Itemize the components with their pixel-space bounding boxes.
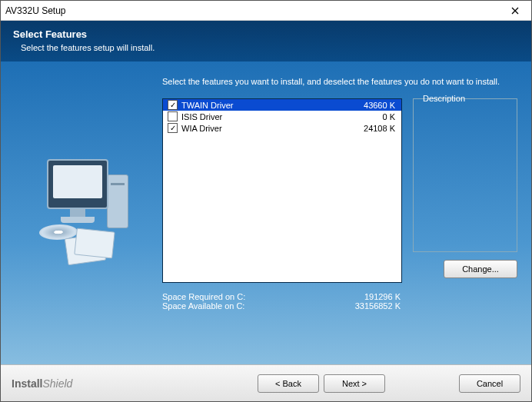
- feature-size: 24108 K: [364, 124, 397, 133]
- description-box: Description: [413, 98, 517, 252]
- feature-size: 0 K: [382, 112, 397, 121]
- description-column: Description Change...: [413, 98, 517, 283]
- content-area: Select the features you want to install,…: [162, 61, 531, 364]
- back-button[interactable]: < Back: [258, 374, 319, 393]
- header-title: Select Features: [13, 28, 519, 40]
- installshield-logo: InstallShield: [12, 377, 72, 390]
- computer-icon: [24, 151, 139, 274]
- feature-name: ISIS Driver: [181, 112, 382, 121]
- close-icon: [511, 7, 519, 15]
- feature-name: TWAIN Driver: [181, 101, 364, 110]
- cancel-button[interactable]: Cancel: [459, 374, 520, 393]
- setup-window: AV332U Setup Select Features Select the …: [0, 0, 532, 402]
- instruction-text: Select the features you want to install,…: [162, 77, 517, 86]
- header-panel: Select Features Select the features setu…: [1, 21, 531, 61]
- feature-checkbox[interactable]: ✓: [168, 123, 178, 133]
- window-title: AV332U Setup: [5, 5, 504, 16]
- space-required-label: Space Required on C:: [162, 292, 324, 301]
- feature-checkbox[interactable]: ✓: [168, 100, 178, 110]
- space-required-value: 191296 K: [324, 292, 401, 301]
- next-button[interactable]: Next >: [324, 374, 385, 393]
- space-info: Space Required on C: 191296 K Space Avai…: [162, 292, 517, 311]
- header-subtitle: Select the features setup will install.: [13, 43, 519, 52]
- footer: InstallShield < Back Next > Cancel: [1, 364, 531, 401]
- feature-name: WIA Driver: [181, 124, 364, 133]
- feature-item[interactable]: ✓WIA Driver24108 K: [163, 122, 401, 134]
- description-legend: Description: [420, 94, 468, 103]
- close-button[interactable]: [504, 3, 527, 18]
- feature-item[interactable]: ISIS Driver0 K: [163, 111, 401, 122]
- sidebar-illustration: [1, 61, 162, 364]
- space-available-value: 33156852 K: [324, 301, 401, 311]
- feature-item[interactable]: ✓TWAIN Driver43660 K: [163, 99, 401, 111]
- feature-checkbox[interactable]: [168, 111, 178, 121]
- main-panel: Select the features you want to install,…: [1, 61, 531, 364]
- feature-list[interactable]: ✓TWAIN Driver43660 KISIS Driver0 K✓WIA D…: [162, 98, 402, 283]
- change-button[interactable]: Change...: [444, 260, 517, 278]
- feature-size: 43660 K: [364, 101, 397, 110]
- titlebar: AV332U Setup: [1, 1, 531, 21]
- space-available-label: Space Available on C:: [162, 301, 324, 311]
